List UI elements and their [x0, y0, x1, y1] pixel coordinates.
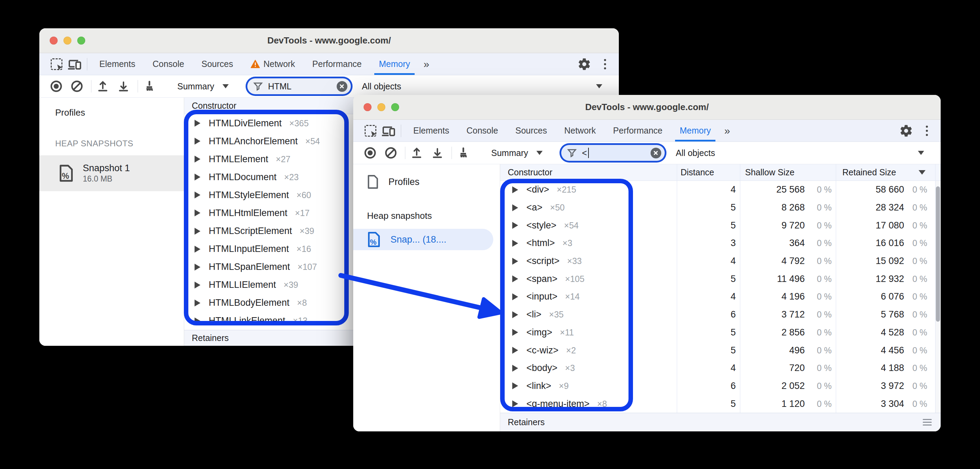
- table-row[interactable]: <li>×3563 7120 %5 7680 %: [500, 306, 941, 324]
- perspective-select[interactable]: Summary: [177, 81, 229, 91]
- kebab-menu-icon[interactable]: [601, 59, 608, 69]
- gear-icon[interactable]: [578, 57, 591, 71]
- device-toolbar-icon[interactable]: [65, 53, 83, 75]
- expand-triangle-icon[interactable]: [512, 329, 518, 336]
- tab-console[interactable]: Console: [144, 53, 193, 75]
- table-row[interactable]: <img>×1152 8560 %4 5280 %: [500, 324, 941, 341]
- retainers-bar[interactable]: Retainers: [500, 413, 941, 431]
- expand-triangle-icon[interactable]: [512, 294, 518, 300]
- tab-console[interactable]: Console: [458, 120, 507, 142]
- expand-triangle-icon[interactable]: [512, 258, 518, 265]
- expand-triangle-icon[interactable]: [194, 228, 200, 234]
- object-scope-select[interactable]: All objects: [676, 148, 932, 158]
- expand-triangle-icon[interactable]: [194, 138, 200, 145]
- upload-icon[interactable]: [409, 145, 425, 161]
- inspect-icon[interactable]: [48, 53, 65, 75]
- table-row[interactable]: <div>×215425 5680 %58 6600 %: [500, 181, 941, 199]
- expand-triangle-icon[interactable]: [194, 191, 200, 198]
- inspect-icon[interactable]: [361, 120, 379, 142]
- distance-header[interactable]: Distance: [677, 164, 740, 180]
- table-row[interactable]: <c-wiz>×254960 %4 4560 %: [500, 341, 941, 359]
- expand-triangle-icon[interactable]: [194, 156, 200, 163]
- table-row[interactable]: <input>×1444 1960 %6 0760 %: [500, 288, 941, 306]
- expand-triangle-icon[interactable]: [194, 246, 200, 253]
- expand-triangle-icon[interactable]: [512, 240, 518, 247]
- gear-icon[interactable]: [899, 124, 913, 138]
- more-tabs-icon[interactable]: »: [419, 53, 434, 75]
- more-tabs-icon[interactable]: »: [719, 120, 734, 142]
- tab-performance[interactable]: Performance: [605, 120, 671, 142]
- constructor-name: HTMLHtmlElement: [209, 208, 287, 219]
- clear-brush-icon[interactable]: [455, 145, 471, 161]
- table-row[interactable]: <body>×347200 %4 1880 %: [500, 359, 941, 377]
- tab-elements[interactable]: Elements: [405, 120, 458, 142]
- shallow-size-header[interactable]: Shallow Size: [740, 164, 836, 180]
- minimize-window-button[interactable]: [377, 103, 385, 111]
- expand-triangle-icon[interactable]: [512, 400, 518, 407]
- retained-size-header[interactable]: Retained Size: [836, 164, 935, 180]
- tab-memory[interactable]: Memory: [370, 53, 418, 75]
- table-row[interactable]: <link>×962 0520 %3 9720 %: [500, 377, 941, 395]
- vertical-scrollbar[interactable]: [935, 181, 940, 413]
- clear-filter-icon[interactable]: [337, 81, 347, 92]
- expand-triangle-icon[interactable]: [194, 264, 200, 271]
- kebab-menu-icon[interactable]: [923, 126, 930, 136]
- sidebar-item-profiles[interactable]: Profiles: [367, 171, 500, 193]
- expand-triangle-icon[interactable]: [194, 317, 200, 324]
- class-filter-input[interactable]: <: [561, 145, 665, 161]
- clear-filter-icon[interactable]: [651, 148, 661, 158]
- table-row[interactable]: <script>×3344 7920 %15 0920 %: [500, 252, 941, 270]
- snapshot-item[interactable]: % Snapshot 1 16.0 MB: [39, 155, 184, 191]
- tab-elements[interactable]: Elements: [91, 53, 144, 75]
- object-scope-value: All objects: [676, 148, 715, 158]
- zoom-window-button[interactable]: [391, 103, 399, 111]
- zoom-window-button[interactable]: [77, 37, 85, 45]
- expand-triangle-icon[interactable]: [512, 347, 518, 354]
- expand-triangle-icon[interactable]: [194, 300, 200, 306]
- tab-performance[interactable]: Performance: [304, 53, 370, 75]
- close-window-button[interactable]: [50, 37, 57, 45]
- resize-handle-icon[interactable]: [923, 419, 932, 426]
- table-row[interactable]: <style>×5459 7200 %17 0800 %: [500, 216, 941, 234]
- perspective-select[interactable]: Summary: [491, 148, 542, 158]
- tab-sources[interactable]: Sources: [507, 120, 556, 142]
- expand-triangle-icon[interactable]: [512, 187, 518, 193]
- upload-icon[interactable]: [95, 78, 111, 94]
- table-row[interactable]: <g-menu-item>×851 1200 %3 3040 %: [500, 395, 941, 413]
- expand-triangle-icon[interactable]: [194, 174, 200, 180]
- tab-memory[interactable]: Memory: [671, 120, 719, 142]
- expand-triangle-icon[interactable]: [512, 275, 518, 282]
- expand-triangle-icon[interactable]: [512, 222, 518, 229]
- tab-sources[interactable]: Sources: [193, 53, 242, 75]
- tab-network[interactable]: Network: [242, 53, 304, 75]
- download-icon[interactable]: [430, 145, 445, 161]
- record-icon[interactable]: [362, 145, 378, 161]
- class-filter-input[interactable]: HTML: [247, 78, 351, 94]
- instance-count: ×9: [559, 381, 569, 391]
- minimize-window-button[interactable]: [64, 37, 72, 45]
- expand-triangle-icon[interactable]: [512, 204, 518, 211]
- expand-triangle-icon[interactable]: [512, 365, 518, 372]
- expand-triangle-icon[interactable]: [194, 282, 200, 289]
- tab-network[interactable]: Network: [556, 120, 605, 142]
- expand-triangle-icon[interactable]: [194, 120, 200, 127]
- perspective-value: Summary: [491, 148, 528, 158]
- table-row[interactable]: <a>×5058 2680 %28 3240 %: [500, 199, 941, 217]
- table-row[interactable]: <html>×333640 %16 0160 %: [500, 234, 941, 252]
- constructor-header[interactable]: Constructor: [192, 101, 236, 111]
- scrollbar-thumb[interactable]: [936, 187, 940, 322]
- object-scope-select[interactable]: All objects: [362, 81, 610, 91]
- expand-triangle-icon[interactable]: [512, 311, 518, 318]
- device-toolbar-icon[interactable]: [379, 120, 398, 142]
- clear-brush-icon[interactable]: [142, 78, 157, 94]
- snapshot-item-selected[interactable]: % Snap... (18....: [353, 229, 493, 250]
- block-icon[interactable]: [69, 78, 85, 94]
- close-window-button[interactable]: [364, 103, 372, 111]
- record-icon[interactable]: [48, 78, 64, 94]
- block-icon[interactable]: [383, 145, 399, 161]
- download-icon[interactable]: [116, 78, 131, 94]
- expand-triangle-icon[interactable]: [194, 209, 200, 216]
- table-row[interactable]: <span>×105511 4960 %12 9320 %: [500, 270, 941, 288]
- constructor-header[interactable]: Constructor: [500, 164, 677, 180]
- expand-triangle-icon[interactable]: [512, 382, 518, 389]
